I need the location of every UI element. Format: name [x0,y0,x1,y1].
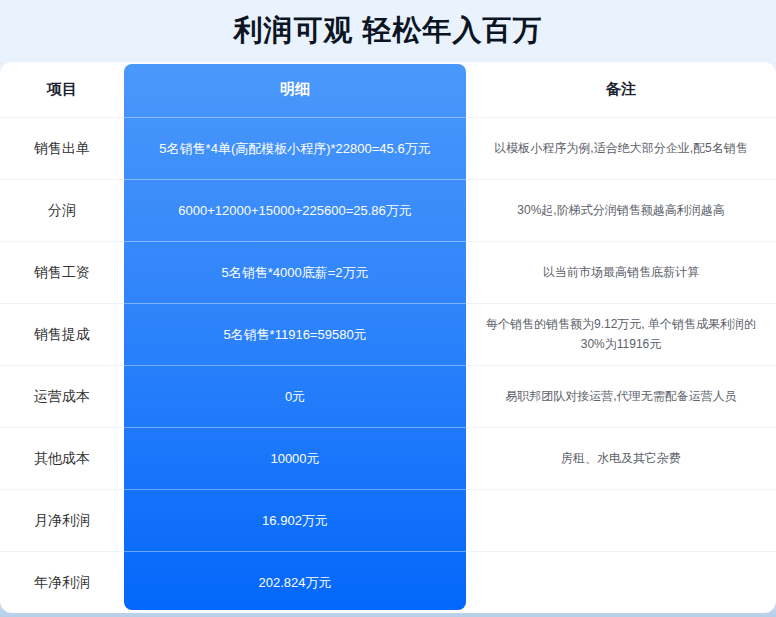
detail-cell: 10000元 [124,427,466,489]
item-cell: 月净利润 [0,489,124,551]
profit-table-card: 项目 明细 备注 销售出单5名销售*4单(高配模板小程序)*22800=45.6… [0,62,776,613]
table-row: 销售提成5名销售*11916=59580元每个销售的销售额为9.12万元, 单个… [0,303,776,365]
profit-table: 项目 明细 备注 销售出单5名销售*4单(高配模板小程序)*22800=45.6… [0,62,776,613]
table-row: 销售工资5名销售*4000底薪=2万元以当前市场最高销售底薪计算 [0,241,776,303]
item-cell: 年净利润 [0,551,124,613]
detail-cell: 0元 [124,365,466,427]
note-cell: 30%起,阶梯式分润销售额越高利润越高 [466,179,776,241]
item-cell: 其他成本 [0,427,124,489]
note-cell: 易职邦团队对接运营,代理无需配备运营人员 [466,365,776,427]
table-row: 运营成本0元易职邦团队对接运营,代理无需配备运营人员 [0,365,776,427]
detail-cell: 5名销售*4单(高配模板小程序)*22800=45.6万元 [124,117,466,179]
note-cell: 房租、水电及其它杂费 [466,427,776,489]
table-row: 月净利润16.902万元 [0,489,776,551]
detail-cell: 5名销售*4000底薪=2万元 [124,241,466,303]
detail-cell: 16.902万元 [124,489,466,551]
item-cell: 分润 [0,179,124,241]
item-cell: 销售工资 [0,241,124,303]
item-cell: 销售提成 [0,303,124,365]
note-cell: 以当前市场最高销售底薪计算 [466,241,776,303]
item-cell: 运营成本 [0,365,124,427]
detail-cell: 5名销售*11916=59580元 [124,303,466,365]
note-cell: 每个销售的销售额为9.12万元, 单个销售成果利润的30%为11916元 [466,303,776,365]
header-detail: 明细 [124,62,466,117]
table-header-row: 项目 明细 备注 [0,62,776,117]
note-cell [466,551,776,613]
note-cell: 以模板小程序为例,适合绝大部分企业,配5名销售 [466,117,776,179]
header-note: 备注 [466,62,776,117]
page-title: 利润可观 轻松年入百万 [0,0,776,62]
table-row: 年净利润202.824万元 [0,551,776,613]
note-cell [466,489,776,551]
table-row: 其他成本10000元房租、水电及其它杂费 [0,427,776,489]
header-item: 项目 [0,62,124,117]
table-row: 分润6000+12000+15000+225600=25.86万元30%起,阶梯… [0,179,776,241]
detail-cell: 202.824万元 [124,551,466,613]
table-row: 销售出单5名销售*4单(高配模板小程序)*22800=45.6万元以模板小程序为… [0,117,776,179]
detail-cell: 6000+12000+15000+225600=25.86万元 [124,179,466,241]
item-cell: 销售出单 [0,117,124,179]
